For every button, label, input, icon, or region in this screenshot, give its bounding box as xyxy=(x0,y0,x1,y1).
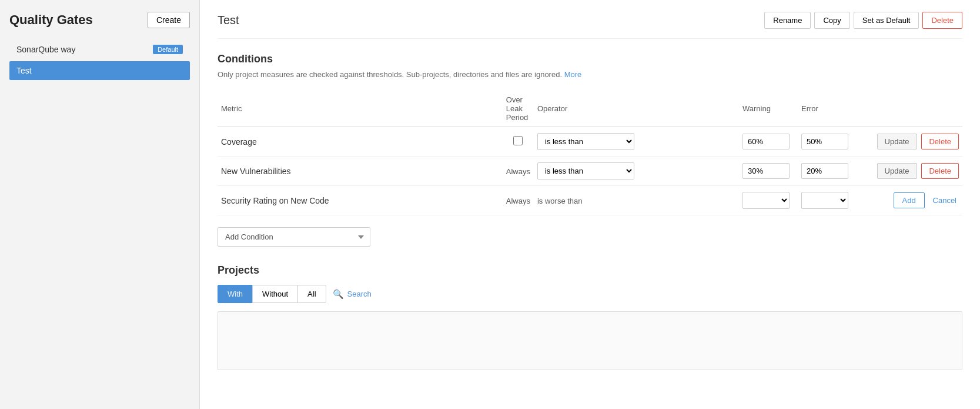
set-default-button[interactable]: Set as Default xyxy=(854,12,919,29)
vuln-update-button[interactable]: Update xyxy=(877,163,917,179)
vuln-actions: Update Delete xyxy=(857,157,962,186)
coverage-error-cell xyxy=(798,127,857,157)
coverage-operator-select[interactable]: is less than is greater than is worse th… xyxy=(537,133,634,150)
vuln-always-text: Always xyxy=(506,167,530,176)
sidebar: Quality Gates Create SonarQube way Defau… xyxy=(0,0,200,409)
rename-button[interactable]: Rename xyxy=(764,12,811,29)
coverage-warning-cell xyxy=(739,127,798,157)
security-error-select[interactable]: A B C D E xyxy=(801,192,848,209)
table-row: New Vulnerabilities Always is less than … xyxy=(218,157,962,186)
security-operator-text: is worse than xyxy=(537,197,583,205)
delete-gate-button[interactable]: Delete xyxy=(922,12,962,29)
projects-content xyxy=(218,311,962,370)
security-warning-cell: A B C D E xyxy=(739,186,798,215)
search-label[interactable]: Search xyxy=(347,290,372,298)
projects-search[interactable]: 🔍 Search xyxy=(333,289,372,300)
security-actions: Add Cancel xyxy=(857,186,962,215)
main-title: Test xyxy=(218,14,239,27)
coverage-leak-checkbox[interactable] xyxy=(503,127,534,157)
security-warning-select[interactable]: A B C D E xyxy=(742,192,790,209)
vuln-operator-select[interactable]: is less than is greater than is worse th… xyxy=(537,162,634,179)
col-over-leak: Over Leak Period xyxy=(503,91,534,127)
conditions-note: Only project measures are checked agains… xyxy=(218,70,962,79)
coverage-warning-input[interactable] xyxy=(742,134,790,149)
add-condition-container: Add Condition Coverage New Vulnerabiliti… xyxy=(218,227,962,247)
sidebar-item-label: SonarQube way xyxy=(16,45,75,54)
vuln-warning-input[interactable] xyxy=(742,163,790,179)
conditions-section: Conditions Only project measures are che… xyxy=(218,53,962,247)
sidebar-item-sonarqube-way[interactable]: SonarQube way Default xyxy=(9,40,190,59)
add-condition-select[interactable]: Add Condition Coverage New Vulnerabiliti… xyxy=(218,227,370,247)
tab-with[interactable]: With xyxy=(218,285,253,303)
security-add-button[interactable]: Add xyxy=(894,192,925,208)
copy-button[interactable]: Copy xyxy=(814,12,849,29)
search-icon: 🔍 xyxy=(333,289,344,300)
table-row: Security Rating on New Code Always is wo… xyxy=(218,186,962,215)
tab-without[interactable]: Without xyxy=(252,285,298,303)
sidebar-item-test[interactable]: Test xyxy=(9,61,190,80)
security-error-cell: A B C D E xyxy=(798,186,857,215)
coverage-operator-cell: is less than is greater than is worse th… xyxy=(534,127,739,157)
table-row: Coverage is less than is greater than is… xyxy=(218,127,962,157)
security-leak-cell: Always xyxy=(503,186,534,215)
coverage-update-button[interactable]: Update xyxy=(877,134,917,149)
vuln-leak-cell: Always xyxy=(503,157,534,186)
tab-all[interactable]: All xyxy=(297,285,326,303)
more-link[interactable]: More xyxy=(564,70,582,79)
action-buttons: Rename Copy Set as Default Delete xyxy=(764,12,962,29)
security-operator-cell: is worse than xyxy=(534,186,739,215)
vuln-operator-cell: is less than is greater than is worse th… xyxy=(534,157,739,186)
security-always-text: Always xyxy=(506,197,530,205)
vuln-error-cell xyxy=(798,157,857,186)
conditions-table: Metric Over Leak Period Operator Warning… xyxy=(218,91,962,215)
sidebar-title: Quality Gates xyxy=(9,12,93,28)
col-actions xyxy=(857,91,962,127)
sidebar-item-label: Test xyxy=(16,66,32,75)
col-error: Error xyxy=(798,91,857,127)
security-cancel-button[interactable]: Cancel xyxy=(931,193,959,208)
projects-section: Projects With Without All 🔍 Search xyxy=(218,264,962,370)
projects-heading: Projects xyxy=(218,264,962,277)
main-content: Test Rename Copy Set as Default Delete C… xyxy=(200,0,980,409)
metric-security-rating: Security Rating on New Code xyxy=(218,186,503,215)
vuln-delete-button[interactable]: Delete xyxy=(921,163,959,179)
projects-tabs: With Without All 🔍 Search xyxy=(218,285,962,303)
col-metric: Metric xyxy=(218,91,503,127)
create-button[interactable]: Create xyxy=(148,12,190,28)
metric-vulnerabilities: New Vulnerabilities xyxy=(218,157,503,186)
col-warning: Warning xyxy=(739,91,798,127)
coverage-actions: Update Delete xyxy=(857,127,962,157)
coverage-error-input[interactable] xyxy=(801,134,848,149)
main-header: Test Rename Copy Set as Default Delete xyxy=(218,12,962,39)
default-badge: Default xyxy=(153,45,183,54)
conditions-heading: Conditions xyxy=(218,53,962,65)
sidebar-header: Quality Gates Create xyxy=(9,12,190,28)
sidebar-items: SonarQube way Default Test xyxy=(9,40,190,82)
coverage-delete-button[interactable]: Delete xyxy=(921,134,959,149)
vuln-error-input[interactable] xyxy=(801,163,848,179)
coverage-checkbox-input[interactable] xyxy=(513,136,523,145)
vuln-warning-cell xyxy=(739,157,798,186)
metric-coverage: Coverage xyxy=(218,127,503,157)
col-operator: Operator xyxy=(534,91,739,127)
